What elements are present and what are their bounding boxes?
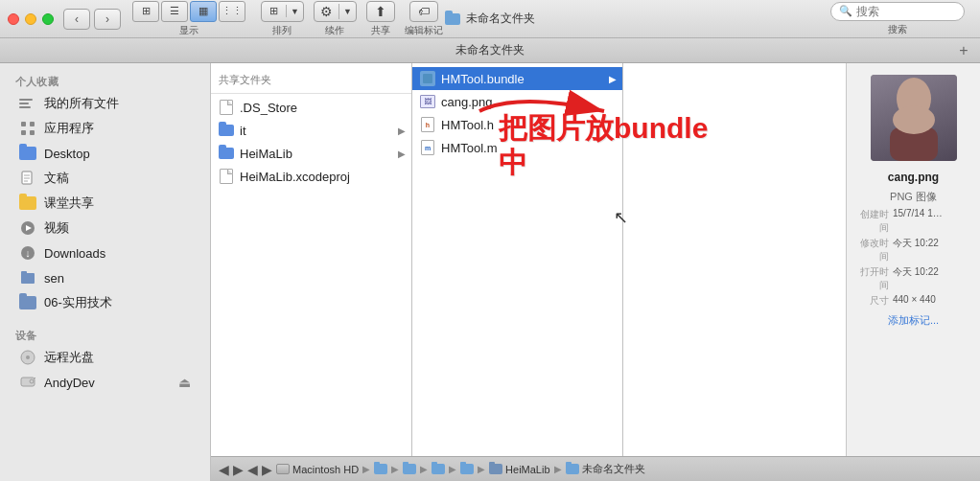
- path-heimalib-label: HeiMaLib: [505, 464, 549, 475]
- action-dropdown[interactable]: ▼: [339, 7, 356, 16]
- path-item-heimalib[interactable]: HeiMaLib: [489, 464, 549, 475]
- column-view: 共享文件夹 .DS_Store it ▶: [211, 63, 846, 456]
- share-button[interactable]: ⬆: [366, 1, 395, 22]
- list-item[interactable]: HeiMaLib ▶: [211, 142, 411, 165]
- window-title: 未命名文件夹: [466, 11, 535, 27]
- view-grid-button[interactable]: ⊞: [132, 1, 159, 22]
- sidebar-item-06tech[interactable]: 06-实用技术: [4, 290, 206, 315]
- sidebar-item-downloads[interactable]: ↓ Downloads: [4, 240, 206, 265]
- sidebar-label-andydev: AndyDev: [44, 376, 95, 390]
- sidebar-label-docs: 文稿: [44, 170, 69, 187]
- view-list-button[interactable]: ☰: [161, 1, 188, 22]
- path-item-5[interactable]: [460, 464, 474, 474]
- list-item[interactable]: .DS_Store: [211, 96, 411, 119]
- path-prev-button[interactable]: ◀: [219, 462, 229, 477]
- list-item[interactable]: HMTool.bundle ▶: [412, 67, 622, 90]
- path-separator: ▶: [449, 464, 456, 474]
- search-input[interactable]: [856, 5, 956, 18]
- xcode-icon: [219, 168, 234, 185]
- list-item[interactable]: h HMTool.h: [412, 113, 622, 136]
- back-button[interactable]: ‹: [63, 9, 90, 30]
- column-1: 共享文件夹 .DS_Store it ▶: [211, 63, 412, 456]
- tabbar: 未命名文件夹 +: [0, 38, 980, 63]
- arrange-button[interactable]: ⊞: [262, 5, 287, 17]
- folder-mini-icon: [460, 464, 474, 474]
- zoom-button[interactable]: [42, 13, 54, 25]
- path-item-4[interactable]: [432, 464, 445, 474]
- sidebar-item-desktop[interactable]: Desktop: [4, 141, 206, 166]
- path-item-2[interactable]: [374, 464, 387, 474]
- sidebar-section-personal: 个人收藏: [0, 71, 210, 91]
- docs-icon: [19, 170, 36, 187]
- sidebar-label-sen: sen: [44, 271, 64, 286]
- sidebar-item-sen[interactable]: sen: [4, 265, 206, 290]
- view-column-button[interactable]: ▦: [190, 1, 217, 22]
- apps-icon: [19, 120, 36, 137]
- bundle-icon: [420, 70, 435, 87]
- cang-png-icon: 🖼: [420, 93, 435, 110]
- path-item-3[interactable]: [403, 464, 416, 474]
- path-item-hdd[interactable]: Macintosh HD: [276, 464, 359, 475]
- sidebar-label-class-share: 课堂共享: [44, 195, 94, 212]
- main-content: 个人收藏 我的所有文件 应用程序: [0, 63, 980, 481]
- path-item-current[interactable]: 未命名文件夹: [566, 462, 645, 476]
- folder-mini-icon: [374, 464, 387, 474]
- svg-rect-1: [30, 122, 35, 126]
- window-title-area: 未命名文件夹: [445, 11, 535, 27]
- sidebar-item-video[interactable]: 视频: [4, 216, 206, 240]
- sidebar-item-docs[interactable]: 文稿: [4, 166, 206, 191]
- path-separator: ▶: [478, 464, 485, 474]
- preview-meta-size: 尺寸 440 × 440: [854, 294, 972, 308]
- list-item[interactable]: it ▶: [211, 119, 411, 142]
- eject-icon[interactable]: ⏏: [178, 375, 191, 390]
- minimize-button[interactable]: [25, 13, 36, 25]
- folder-mini-icon: [566, 464, 579, 474]
- chevron-right-icon: ▶: [609, 74, 617, 84]
- svg-rect-0: [21, 122, 26, 126]
- search-box[interactable]: 🔍: [830, 2, 965, 21]
- path-prev-button-2[interactable]: ◀: [247, 462, 258, 477]
- sidebar-item-allfiles[interactable]: 我的所有文件: [4, 91, 206, 116]
- close-button[interactable]: [8, 13, 19, 25]
- ds-store-label: .DS_Store: [240, 101, 297, 115]
- tag-label: 编辑标记: [405, 24, 443, 37]
- shared-folder-header: 共享文件夹: [211, 67, 411, 94]
- 06tech-icon: [19, 294, 36, 311]
- sidebar-label-downloads: Downloads: [44, 246, 105, 261]
- list-item[interactable]: HeiMaLib.xcodeproj: [211, 165, 411, 188]
- sidebar-item-class-share[interactable]: 课堂共享: [4, 191, 206, 216]
- sidebar-item-apps[interactable]: 应用程序: [4, 116, 206, 141]
- path-current-label: 未命名文件夹: [582, 462, 645, 476]
- arrange-label: 排列: [272, 24, 292, 37]
- action-button[interactable]: ⚙: [315, 4, 339, 19]
- new-tab-button[interactable]: +: [955, 42, 972, 59]
- forward-button[interactable]: ›: [94, 9, 121, 30]
- preview-metadata: 创建时间 15/7/14 1… 修改时间 今天 10:22 打开时间 今天 10…: [854, 208, 972, 309]
- list-item[interactable]: m HMTool.m: [412, 136, 622, 159]
- hmtool-h-label: HMTool.h: [441, 118, 494, 132]
- opened-value: 今天 10:22: [893, 265, 972, 292]
- svg-point-16: [26, 355, 30, 359]
- hmtool-m-label: HMTool.m: [441, 141, 498, 155]
- path-next-button-2[interactable]: ▶: [262, 462, 272, 477]
- cang-png-label: cang.png: [441, 95, 493, 109]
- folder-mini-dark-icon: [489, 464, 502, 474]
- list-item[interactable]: 🖼 cang.png: [412, 90, 622, 113]
- titlebar: ‹ › ⊞ ☰ ▦ ⋮⋮ 显示 ⊞ ▼ 排列 ⚙ ▼ 续作 ⬆ 共享 🏷 编辑: [0, 0, 980, 38]
- preview-meta-created: 创建时间 15/7/14 1…: [854, 208, 972, 235]
- tab-title: 未命名文件夹: [455, 42, 525, 58]
- sidebar-item-andydev[interactable]: AndyDev ⏏: [4, 370, 206, 395]
- created-value: 15/7/14 1…: [893, 208, 972, 235]
- svg-rect-14: [21, 271, 27, 274]
- path-next-button[interactable]: ▶: [233, 462, 244, 477]
- desktop-folder-icon: [19, 145, 36, 162]
- sidebar-item-remote-disk[interactable]: 远程光盘: [4, 345, 206, 370]
- view-cover-button[interactable]: ⋮⋮: [219, 1, 245, 22]
- svg-rect-2: [21, 130, 26, 135]
- hmtool-h-icon: h: [420, 116, 435, 133]
- add-tag-link[interactable]: 添加标记...: [888, 313, 939, 328]
- arrange-dropdown[interactable]: ▼: [287, 7, 303, 16]
- sidebar-label-06tech: 06-实用技术: [44, 294, 112, 311]
- tag-button[interactable]: 🏷: [409, 1, 438, 22]
- size-label: 尺寸: [854, 294, 889, 308]
